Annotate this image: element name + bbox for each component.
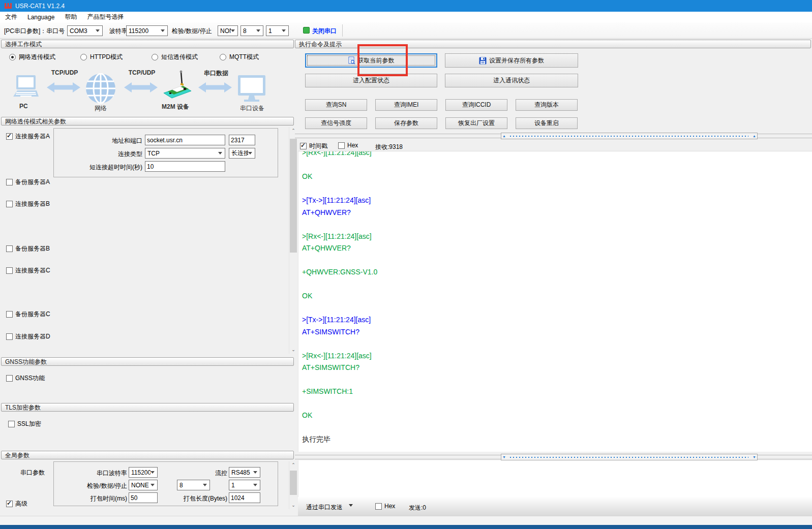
checkbox-backup-server-b[interactable]: 备份服务器B — [6, 244, 50, 253]
arrow-left-right-icon — [47, 81, 80, 94]
checkbox-recv-hex[interactable]: Hex — [338, 142, 358, 149]
checkbox-gnss[interactable]: GNSS功能 — [6, 374, 45, 383]
device-restart-button[interactable]: 设备重启 — [516, 117, 578, 129]
radio-net-transparent-mode[interactable]: 网络透传模式 — [9, 53, 55, 61]
menu-product-model[interactable]: 产品型号选择 — [82, 13, 129, 21]
baud-select[interactable]: 115200 — [126, 25, 168, 36]
collapse-down-icon: ▼ — [501, 455, 507, 459]
checkbox-advanced[interactable]: 高级 — [6, 500, 27, 508]
log-line: AT+QHWVER? — [298, 242, 812, 255]
send-via-serial-button[interactable]: 通过串口发送 — [306, 503, 343, 512]
com-port-select[interactable]: COM3 — [67, 25, 103, 36]
checkbox-server-a[interactable]: 连接服务器A — [6, 132, 50, 141]
diagram-m2m-caption: M2M 设备 — [162, 103, 189, 111]
serial-params-label: 串口参数 — [10, 469, 45, 477]
radio-sms-mode[interactable]: 短信透传模式 — [152, 53, 198, 61]
collapse-up-icon: ▲ — [501, 134, 507, 138]
menu-language[interactable]: Language — [22, 14, 59, 21]
scroll-down-icon[interactable]: ⌄ — [289, 502, 297, 509]
short-timeout-input[interactable] — [145, 161, 225, 172]
radio-mqtt-mode[interactable]: MQTT模式 — [220, 53, 259, 61]
checkbox-backup-server-c[interactable]: 备份服务器C — [6, 310, 50, 319]
serial-device-monitor-icon — [236, 74, 267, 104]
g-stopbits-select[interactable]: 1 — [229, 480, 260, 490]
serial-toolbar: [PC串口参数]：串口号 COM3 波特率 115200 检验/数据/停止 NO… — [0, 22, 812, 39]
log-line: 执行完毕 — [298, 433, 812, 446]
packlen-input[interactable] — [229, 492, 260, 503]
log-line: AT+QHWVER? — [298, 207, 812, 219]
g-parity-select[interactable]: NONE — [129, 480, 158, 490]
databits-select[interactable]: 8 — [240, 25, 263, 36]
log-lines: >[Rx<-][11:21:24][asc] OK >[Tx->][11:21:… — [298, 151, 812, 446]
set-save-all-params-button[interactable]: 设置并保存所有参数 — [445, 53, 578, 68]
diagram-link2-label: TCP/UDP — [126, 69, 158, 76]
conn-type-select[interactable]: TCP — [145, 148, 225, 159]
scroll-down-icon[interactable]: ⌄ — [289, 346, 297, 354]
menu-file[interactable]: 文件 — [0, 13, 22, 21]
diagram-pc-caption: PC — [19, 103, 28, 110]
left-panel-scrollbar[interactable]: ⌃ ⌄ — [289, 127, 297, 354]
send-splitter-handle[interactable]: ▼ ▼ — [501, 454, 758, 460]
query-sn-button[interactable]: 查询SN — [305, 99, 367, 111]
save-params-button[interactable]: 保存参数 — [375, 117, 437, 129]
log-line — [298, 278, 812, 291]
app-logo-icon — [4, 2, 12, 10]
log-line: +QHWVER:GNSS-V1.0 — [298, 266, 812, 278]
server-addr-input[interactable] — [145, 135, 225, 145]
chevron-down-icon — [203, 484, 207, 486]
pc-laptop-icon — [10, 74, 40, 100]
parity-select[interactable]: NONI — [218, 25, 238, 36]
checkbox-server-b[interactable]: 连接服务器B — [6, 200, 50, 208]
flow-select[interactable]: RS485 — [229, 467, 260, 478]
scrollbar-thumb[interactable] — [290, 471, 297, 495]
log-line: >[Rx<-][11:21:24][asc] — [298, 151, 812, 159]
checkbox-ssl[interactable]: SSL加密 — [8, 420, 41, 428]
send-input-area[interactable] — [298, 460, 812, 497]
query-signal-button[interactable]: 查信号强度 — [305, 117, 367, 129]
scrollbar-thumb[interactable] — [290, 139, 297, 253]
factory-reset-button[interactable]: 恢复出厂设置 — [445, 117, 507, 129]
log-splitter-handle[interactable]: ▲ ▲ — [501, 133, 758, 139]
tls-header: TLS加密参数 — [1, 403, 294, 412]
doc-search-icon — [348, 56, 355, 65]
checkbox-timestamp[interactable]: 时间戳 — [300, 142, 327, 150]
checkbox-backup-server-a[interactable]: 备份服务器A — [6, 178, 50, 186]
chevron-down-icon — [256, 29, 261, 32]
enter-config-state-button[interactable]: 进入配置状态 — [305, 74, 437, 87]
keepalive-select[interactable]: 长连接 — [229, 148, 255, 159]
collapse-down-icon: ▼ — [751, 455, 757, 459]
baud-label: 波特率 — [109, 27, 128, 36]
radio-httpd-mode[interactable]: HTTPD模式 — [80, 53, 123, 61]
global-scrollbar[interactable]: ⌃ ⌄ — [289, 461, 297, 509]
log-line — [298, 338, 812, 350]
net-params-header: 网络透传模式相关参数 — [1, 117, 294, 126]
g-baud-select[interactable]: 115200 — [129, 467, 158, 478]
chevron-down-icon — [151, 471, 155, 474]
packtime-label: 打包时间(ms) — [71, 494, 127, 503]
parity-label: 检验/数据/停止 — [172, 27, 212, 36]
dropdown-arrow-icon[interactable] — [349, 504, 353, 507]
scroll-up-icon[interactable]: ⌃ — [289, 461, 297, 469]
short-timeout-label: 短连接超时时间(秒) — [56, 163, 142, 172]
checkbox-send-hex[interactable]: Hex — [375, 503, 395, 510]
menu-help[interactable]: 帮助 — [59, 13, 82, 21]
query-imei-button[interactable]: 查询IMEI — [375, 99, 437, 111]
packtime-input[interactable] — [129, 492, 158, 503]
log-line: AT+SIMSWITCH? — [298, 362, 812, 374]
query-iccid-button[interactable]: 查询ICCID — [445, 99, 507, 111]
g-baud-label: 串口波特率 — [71, 469, 127, 478]
enter-comm-state-button[interactable]: 进入通讯状态 — [445, 74, 578, 87]
receive-log[interactable]: >[Rx<-][11:21:24][asc] OK >[Tx->][11:21:… — [298, 151, 812, 452]
g-databits-select[interactable]: 8 — [177, 480, 210, 490]
stopbits-select[interactable]: 1 — [266, 25, 289, 36]
checkbox-server-c[interactable]: 连接服务器C — [6, 266, 50, 275]
chevron-down-icon — [151, 484, 155, 486]
checkbox-server-d[interactable]: 连接服务器D — [6, 332, 50, 341]
log-line — [298, 255, 812, 267]
close-port-button[interactable]: 关闭串口 — [312, 27, 337, 36]
bottom-accent-bar — [0, 525, 812, 529]
server-port-input[interactable] — [229, 135, 255, 145]
toolbar-separator — [342, 24, 343, 37]
query-version-button[interactable]: 查询版本 — [516, 99, 578, 111]
get-current-params-button[interactable]: 获取当前参数 — [305, 53, 437, 68]
